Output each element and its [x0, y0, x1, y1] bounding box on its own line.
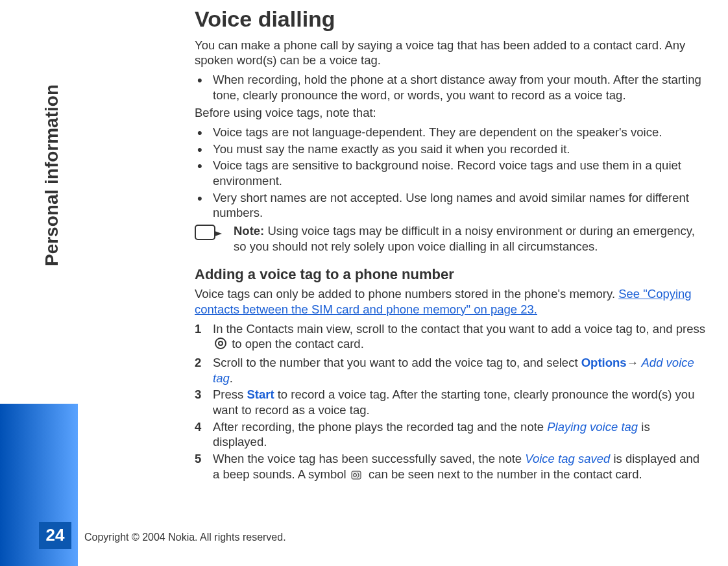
- step-2-post: .: [230, 371, 233, 385]
- voice-tag-symbol-icon: [351, 469, 364, 484]
- before-heading: Before using voice tags, note that:: [195, 105, 707, 121]
- step-5: 5 When the voice tag has been successful…: [195, 451, 707, 484]
- step-3-num: 3: [195, 387, 210, 402]
- step-1-pre: In the Contacts main view, scroll to the…: [213, 322, 705, 336]
- step-1-post: to open the contact card.: [228, 337, 364, 351]
- step-4: 4 After recording, the phone plays the r…: [195, 419, 707, 450]
- page-number-value: 24: [46, 524, 65, 546]
- step-3: 3 Press Start to record a voice tag. Aft…: [195, 387, 707, 417]
- step-1-num: 1: [195, 321, 210, 337]
- svg-point-2: [215, 338, 226, 349]
- step-3-pre: Press: [213, 388, 247, 401]
- bullet-1: Voice tags are not language-dependent. T…: [195, 125, 707, 140]
- left-sidebar: [0, 0, 78, 566]
- note-icon: [195, 225, 222, 241]
- bullet-recording: When recording, hold the phone at a shor…: [195, 72, 707, 103]
- heading-voice-dialling: Voice dialling: [195, 5, 707, 34]
- note-block: Note: Using voice tags may be difficult …: [195, 223, 707, 254]
- svg-marker-1: [215, 231, 222, 236]
- step-5-post: can be seen next to the number in the co…: [365, 467, 642, 481]
- bullet-2: You must say the name exactly as you sai…: [195, 142, 707, 157]
- copyright-footer: Copyright © 2004 Nokia. All rights reser…: [84, 531, 286, 544]
- main-content: Voice dialling You can make a phone call…: [195, 5, 707, 485]
- page-number: 24: [39, 522, 71, 549]
- bullet-4: Very short names are not accepted. Use l…: [195, 190, 707, 221]
- bullet-3: Voice tags are sensitive to background n…: [195, 158, 707, 188]
- voice-tag-saved-label: Voice tag saved: [525, 452, 610, 465]
- start-label: Start: [247, 388, 274, 401]
- step-1: 1 In the Contacts main view, scroll to t…: [195, 321, 707, 354]
- note-label: Note:: [234, 224, 264, 238]
- section-side-label: Personal information: [40, 84, 64, 266]
- adding-intro-text: Voice tags can only be added to phone nu…: [195, 287, 618, 301]
- recording-bullet-list: When recording, hold the phone at a shor…: [195, 72, 707, 103]
- arrow-icon: →: [627, 356, 639, 369]
- step-2: 2 Scroll to the number that you want to …: [195, 355, 707, 386]
- step-4-pre: After recording, the phone plays the rec…: [213, 420, 547, 434]
- steps-list: 1 In the Contacts main view, scroll to t…: [195, 321, 707, 484]
- heading-adding-voice-tag: Adding a voice tag to a phone number: [195, 265, 707, 284]
- step-5-num: 5: [195, 451, 210, 467]
- adding-intro: Voice tags can only be added to phone nu…: [195, 286, 707, 317]
- step-3-post: to record a voice tag. After the startin…: [213, 388, 694, 417]
- playing-voice-tag-label: Playing voice tag: [547, 420, 638, 434]
- step-2-pre: Scroll to the number that you want to ad…: [213, 356, 581, 369]
- note-body: Using voice tags may be difficult in a n…: [234, 224, 695, 253]
- step-4-num: 4: [195, 419, 210, 435]
- svg-point-3: [219, 341, 223, 345]
- options-label: Options: [581, 356, 627, 369]
- intro-paragraph: You can make a phone call by saying a vo…: [195, 38, 707, 68]
- center-key-icon: [214, 337, 227, 354]
- step-2-num: 2: [195, 355, 210, 371]
- step-5-pre: When the voice tag has been successfully…: [213, 452, 525, 465]
- svg-rect-0: [195, 225, 215, 240]
- notes-bullet-list: Voice tags are not language-dependent. T…: [195, 125, 707, 221]
